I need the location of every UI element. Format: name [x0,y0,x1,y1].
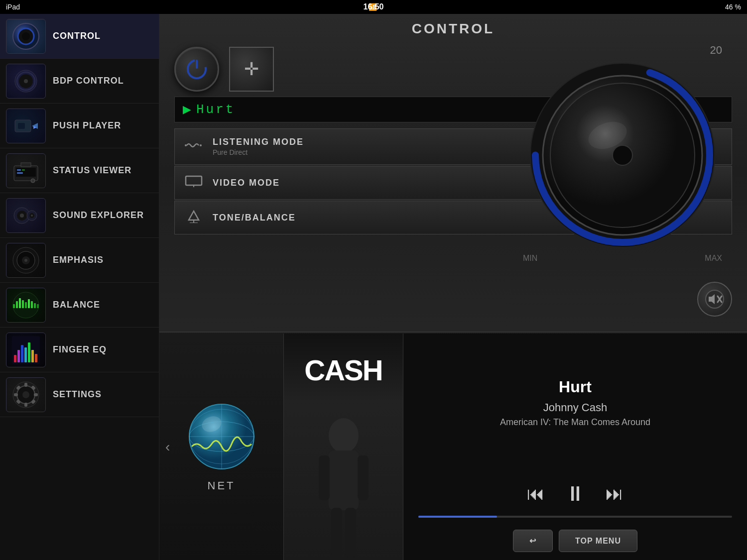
sidebar-item-push[interactable]: ▶ PUSH PLAYER [0,104,159,148]
sound-icon [11,201,41,230]
speaker-icon [11,245,41,275]
svg-rect-36 [34,303,36,308]
svg-point-65 [185,144,187,146]
svg-rect-67 [186,176,202,185]
svg-point-27 [24,259,27,262]
svg-rect-52 [34,393,38,396]
tone-icon [185,209,203,223]
svg-rect-50 [24,403,27,407]
sidebar-item-settings[interactable]: SETTINGS [0,372,159,417]
sound-thumb [6,198,46,233]
track-title: Hurt [559,378,592,396]
sound-waves-icon [185,138,203,152]
volume-knob[interactable] [528,61,717,250]
player-section: ‹ [159,334,747,560]
balance-icon [11,290,41,320]
svg-point-5 [24,79,28,83]
svg-point-48 [22,391,29,398]
sidebar-label-sound: SOUND EXPLORER [53,210,144,221]
knob-icon [11,21,41,51]
navigation-button[interactable]: ✛ [229,47,274,92]
sidebar-item-finger-eq[interactable]: FINGER EQ [0,328,159,372]
power-icon [184,57,209,82]
bdp-thumb [6,64,46,99]
svg-point-66 [200,144,202,146]
progress-bar-wrap[interactable] [403,516,747,524]
progress-track[interactable] [418,516,732,518]
emphasis-thumb [6,243,46,278]
sidebar-item-sound[interactable]: SOUND EXPLORER [0,193,159,238]
tone-balance-content: TONE/BALANCE [213,213,296,223]
listening-mode-content: LISTENING MODE Pure Direct [213,137,304,156]
sidebar-label-settings: SETTINGS [53,389,102,400]
top-menu-button[interactable]: TOP MENU [559,530,637,552]
svg-marker-70 [189,211,199,220]
svg-rect-88 [345,508,356,558]
svg-rect-31 [19,298,21,308]
mute-button[interactable] [697,282,732,317]
power-button[interactable] [174,47,219,92]
listening-mode-label: LISTENING MODE [213,137,304,147]
svg-point-20 [20,214,24,218]
volume-knob-container[interactable] [528,61,717,250]
svg-rect-41 [21,345,23,362]
svg-rect-86 [358,455,369,500]
time-display: 16:50 [364,2,384,11]
previous-nav-button[interactable]: ‹ [165,439,170,455]
globe-icon [187,402,256,471]
prev-track-button[interactable]: ⏮ [527,483,545,504]
pause-button[interactable]: ⏸ [565,482,586,506]
sidebar-item-status[interactable]: STATUS VIEWER [0,148,159,193]
svg-rect-49 [24,383,27,387]
video-mode-label: VIDEO MODE [213,178,280,188]
control-thumb [6,19,46,54]
gear-icon [11,380,41,410]
volume-max-label: MAX [705,254,722,263]
svg-rect-9 [18,123,25,129]
listening-mode-icon [185,138,203,155]
volume-min-label: MIN [523,254,537,263]
top-menu-label: TOP MENU [575,537,621,546]
tone-balance-label: TONE/BALANCE [213,213,296,223]
disc-icon [11,66,41,96]
svg-rect-32 [22,300,24,308]
svg-rect-45 [35,354,37,362]
sidebar-item-balance[interactable]: BALANCE [0,283,159,328]
album-art: CASH [284,334,403,560]
next-track-button[interactable]: ⏭ [606,483,623,504]
playback-controls: ⏮ ⏸ ⏭ [403,472,747,516]
control-panel: CONTROL ✛ 20 [159,14,747,333]
svg-point-23 [31,215,33,217]
svg-rect-13 [21,163,31,167]
sidebar-label-status: STATUS VIEWER [53,165,131,176]
net-label: NET [208,479,236,492]
svg-point-17 [31,179,35,183]
svg-rect-34 [28,299,30,308]
device-label: iPad [6,3,20,11]
back-button[interactable]: ↩ [513,530,553,552]
mute-icon [705,289,725,309]
main-area: CONTROL ✛ 20 [159,14,747,560]
back-icon: ↩ [529,536,536,546]
eq-icon [11,335,41,365]
svg-rect-33 [25,302,27,308]
track-info: Hurt Johnny Cash American IV: The Man Co… [403,334,747,472]
push-thumb: ▶ [6,109,46,143]
svg-rect-40 [17,350,20,362]
status-icon [11,156,41,186]
balance-thumb [6,288,46,323]
sidebar-label-balance: BALANCE [53,300,100,310]
svg-rect-44 [31,350,34,362]
bottom-actions: ↩ TOP MENU [403,524,747,560]
sidebar-item-bdp[interactable]: BDP CONTROL [0,59,159,104]
status-thumb [6,153,46,188]
now-playing-text: Hurt [196,102,235,117]
sidebar: CONTROL BDP CONTROL ▶ PUSH PLAYER [0,14,159,560]
sidebar-item-emphasis[interactable]: EMPHASIS [0,238,159,283]
push-icon: ▶ [11,111,41,141]
svg-point-64 [613,145,632,165]
svg-rect-84 [329,450,359,510]
sidebar-item-control[interactable]: CONTROL [0,14,159,59]
track-album: American IV: The Man Comes Around [500,417,650,428]
svg-rect-37 [37,304,39,308]
